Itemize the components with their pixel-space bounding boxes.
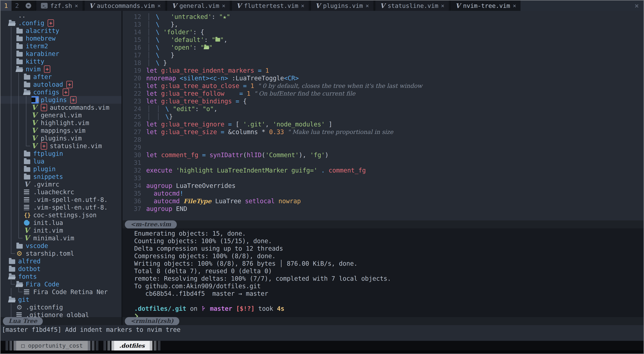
- tree-item-dotbot[interactable]: dotbot: [0, 265, 122, 273]
- command-output-line: [master f1bd4f5] Add indent markers to n…: [0, 325, 644, 341]
- tmux-gradient-bar: [112, 341, 114, 351]
- tree-item-.gitconfig[interactable]: ⚙.gitconfig: [0, 303, 122, 311]
- tree-item-after[interactable]: after: [0, 73, 122, 81]
- vim-icon: V: [316, 2, 320, 9]
- tab-close-icon[interactable]: ×: [301, 2, 304, 9]
- chevron-right-icon: [134, 313, 138, 317]
- tree-item-label: autocommands.vim: [50, 104, 109, 111]
- tree-item-.vim-spell-en.utf-8.[interactable]: .vim-spell-en.utf-8.: [0, 196, 122, 204]
- tree-item-snippets[interactable]: snippets: [0, 173, 122, 181]
- tab-plugins.vim[interactable]: Vplugins.vim×: [311, 0, 373, 11]
- tree-item-.gitignore_global[interactable]: .gitignore_global: [0, 311, 122, 317]
- tab-general.vim[interactable]: Vgeneral.vim×: [168, 0, 230, 11]
- tree-indent-guide: [9, 196, 16, 204]
- tree-item-.config[interactable]: .config+: [0, 19, 122, 27]
- tab-close-icon[interactable]: ×: [222, 2, 225, 9]
- tree-item-Fira-Code-Retina-Ner[interactable]: Fira Code Retina Ner: [0, 288, 122, 296]
- tree-item-label: kitty: [26, 58, 44, 65]
- tab-fluttertest.vim[interactable]: Vfluttertest.vim×: [232, 0, 309, 11]
- line-number: 23: [122, 98, 146, 105]
- window-indicator-1[interactable]: 1: [0, 0, 12, 11]
- tree-item-configs[interactable]: configs+: [0, 88, 122, 96]
- tree-item-.gvimrc[interactable]: V.gvimrc: [0, 181, 122, 188]
- tmux-window-.dotfiles[interactable]: .dotfiles: [104, 341, 160, 351]
- tree-indent-guide: [9, 204, 16, 211]
- indent-guide: [158, 105, 158, 112]
- tree-item-statusline.vim[interactable]: V+statusline.vim: [0, 142, 122, 150]
- tree-item-autoload[interactable]: autoload+: [0, 81, 122, 88]
- tree-item-label: snippets: [33, 173, 63, 180]
- folder-icon: [24, 83, 30, 87]
- tree-item-ftplugin[interactable]: ftplugin: [0, 150, 122, 157]
- tree-item-highlight.vim[interactable]: Vhighlight.vim: [0, 119, 122, 127]
- tab-nvim-tree.vim[interactable]: Vnvim-tree.vim×: [451, 0, 521, 11]
- code-line: 27let g:lua_tree_size = &columns * 0.33 …: [122, 128, 644, 136]
- tree-item-starship.toml[interactable]: ⚙starship.toml: [0, 250, 122, 257]
- tree-item-label: init.lua: [33, 219, 63, 226]
- shell-prompt-line: .dotfiles/.git on master [$!?] took 4s: [134, 305, 644, 313]
- tab-close-icon[interactable]: ×: [158, 2, 161, 9]
- tree-item-kitty[interactable]: kitty: [0, 58, 122, 65]
- tree-item-icon: [24, 289, 33, 295]
- tmux-window-opportunity_cost[interactable]: □ opportunity_cost: [6, 341, 98, 351]
- window-indicator-2[interactable]: 2: [12, 0, 22, 11]
- line-number: 14: [122, 28, 146, 36]
- code-line: 24 \ "edit": "o",: [122, 105, 644, 113]
- line-number: 22: [122, 90, 146, 97]
- folder-icon: [16, 244, 23, 249]
- tree-item-init.lua[interactable]: init.lua: [0, 219, 122, 227]
- tree-item-icon: V: [32, 142, 41, 149]
- tree-indent-guide: [16, 204, 24, 211]
- tree-item-alacritty[interactable]: alacritty: [0, 27, 122, 34]
- tree-item-autocommands.vim[interactable]: V+autocommands.vim: [0, 104, 122, 111]
- tree-item-plugins.vim[interactable]: Vplugins.vim: [0, 134, 122, 142]
- tab-close-icon[interactable]: ×: [441, 2, 444, 9]
- tree-item-lua[interactable]: lua: [0, 157, 122, 165]
- tab-autocommands.vim[interactable]: Vautocommands.vim×: [85, 0, 165, 11]
- tree-item-vscode[interactable]: vscode: [0, 242, 122, 250]
- tab-close-icon[interactable]: ×: [366, 2, 369, 9]
- bottom-strip: [0, 351, 644, 354]
- tree-item-.vim-spell-en.utf-8.[interactable]: .vim-spell-en.utf-8.: [0, 204, 122, 211]
- tree-item-..[interactable]: ..: [0, 11, 122, 19]
- line-number: 16: [122, 44, 146, 51]
- tree-item-.luacheckrc[interactable]: .luacheckrc: [0, 188, 122, 196]
- tree-item-icon: [16, 51, 26, 57]
- tmux-gradient-bar: [108, 341, 110, 351]
- code-line: 34augroup LuaTreeOverrides: [122, 182, 644, 190]
- indent-guide: [148, 52, 149, 59]
- close-all-icon[interactable]: ×: [635, 2, 639, 10]
- folder-open-glyph: [204, 45, 209, 49]
- tree-item-plugins[interactable]: plugins+: [0, 96, 122, 104]
- tree-item-alfred[interactable]: alfred: [0, 257, 122, 265]
- tree-item-iterm2[interactable]: iterm2: [0, 42, 122, 50]
- tree-item-nvim[interactable]: nvim+: [0, 65, 122, 73]
- tree-item-karabiner[interactable]: karabiner: [0, 50, 122, 58]
- tree-indent-guide: [16, 188, 24, 196]
- tree-item-fonts[interactable]: fonts: [0, 273, 122, 280]
- editor-pane[interactable]: 12 \ 'untracked': "★"13 \ },14 \ 'folder…: [122, 11, 644, 220]
- tree-item-minimal.vim[interactable]: Vminimal.vim: [0, 234, 122, 242]
- folder-icon: [24, 175, 30, 180]
- tree-item-icon: [24, 166, 33, 172]
- tree-item-plugin[interactable]: plugin: [0, 165, 122, 173]
- vim-file-icon: V: [32, 135, 37, 142]
- tree-item-homebrew[interactable]: homebrew: [0, 34, 122, 42]
- tree-item-general.vim[interactable]: Vgeneral.vim: [0, 111, 122, 119]
- tab-close-icon[interactable]: ×: [513, 2, 516, 9]
- folder-open-icon: [16, 67, 23, 72]
- tab-close-icon[interactable]: ×: [75, 2, 78, 9]
- circle-arrow-icon[interactable]: [22, 0, 34, 11]
- line-number: 13: [122, 21, 146, 28]
- tree-item-mappings.vim[interactable]: Vmappings.vim: [0, 127, 122, 134]
- tree-item-git[interactable]: git: [0, 296, 122, 303]
- folder-icon: [16, 60, 23, 64]
- tree-indent-guide: [16, 88, 24, 96]
- terminal-pane[interactable]: Enumerating objects: 15, done.Counting o…: [122, 228, 644, 317]
- tree-item-icon: ⚙: [16, 250, 26, 257]
- tab-statusline.vim[interactable]: Vstatusline.vim×: [376, 0, 449, 11]
- tab-label: general.vim: [180, 2, 219, 9]
- tree-item-coc-settings.json[interactable]: {}coc-settings.json: [0, 211, 122, 219]
- tab-fzf.sh[interactable]: >_fzf.sh×: [36, 0, 82, 11]
- tree-indent-guide: [9, 104, 16, 111]
